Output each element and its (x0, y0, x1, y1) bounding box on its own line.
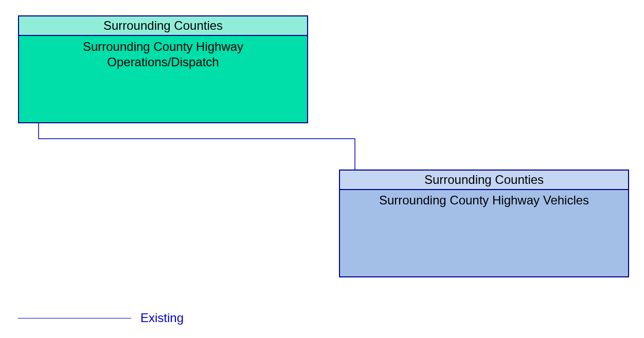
legend-label: Existing (140, 311, 184, 325)
diagram-canvas: Surrounding Counties Surrounding County … (0, 0, 644, 338)
node-header: Surrounding Counties (19, 16, 307, 36)
node-body: Surrounding County Highway Operations/Di… (19, 36, 307, 122)
node-header: Surrounding Counties (340, 171, 628, 190)
legend: Existing (18, 311, 184, 325)
node-surrounding-county-highway-ops: Surrounding Counties Surrounding County … (18, 15, 308, 123)
node-surrounding-county-highway-vehicles: Surrounding Counties Surrounding County … (339, 170, 629, 277)
legend-line-existing (18, 318, 131, 318)
node-body: Surrounding County Highway Vehicles (340, 190, 628, 276)
